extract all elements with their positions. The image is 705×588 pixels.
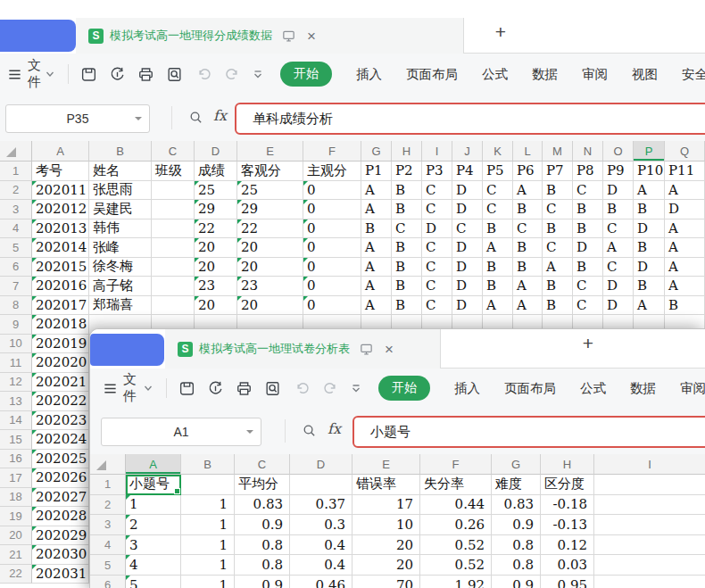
- column-header-N[interactable]: N: [573, 141, 603, 161]
- cell-I4[interactable]: [594, 535, 705, 556]
- cell-Q1[interactable]: P11: [665, 161, 705, 181]
- cell-I3[interactable]: C: [422, 200, 452, 219]
- cell-G6[interactable]: 0.9: [492, 576, 541, 588]
- cell-Q3[interactable]: D: [665, 200, 705, 219]
- toolbar-more-icon[interactable]: [252, 68, 264, 80]
- cell-D3[interactable]: 0.3: [290, 515, 352, 535]
- cell-B5[interactable]: 张峰: [89, 238, 152, 258]
- column-header-A[interactable]: A: [126, 454, 181, 475]
- cell-B1[interactable]: 姓名: [89, 161, 152, 181]
- cell-A8[interactable]: 202017: [32, 296, 89, 316]
- cell-G3[interactable]: 0.9: [492, 515, 541, 535]
- cell-M7[interactable]: B: [543, 277, 573, 296]
- cell-A3[interactable]: 2: [126, 515, 181, 535]
- column-header-F[interactable]: F: [303, 141, 361, 161]
- cell-C4[interactable]: [152, 219, 195, 239]
- cell-B5[interactable]: 1: [181, 555, 235, 576]
- hamburger-menu-icon[interactable]: [7, 67, 22, 82]
- cell-C2[interactable]: [152, 181, 195, 201]
- save-icon[interactable]: [80, 66, 97, 83]
- cell-F5[interactable]: 0.52: [420, 555, 492, 576]
- cell-I8[interactable]: C: [422, 296, 452, 316]
- cell-H2[interactable]: B: [392, 181, 422, 201]
- cell-B3[interactable]: 1: [181, 515, 235, 535]
- cell-F4[interactable]: 0: [303, 219, 361, 239]
- undo-icon[interactable]: [294, 380, 311, 396]
- row-header-3[interactable]: 3: [90, 515, 126, 535]
- name-box[interactable]: A1: [101, 418, 261, 446]
- cell-I6[interactable]: C: [422, 258, 452, 277]
- monitor-icon[interactable]: [281, 29, 296, 44]
- ribbon-tab-插入[interactable]: 插入: [454, 380, 480, 397]
- ribbon-tab-开始[interactable]: 开始: [280, 62, 332, 87]
- row-header-22[interactable]: 22: [0, 565, 32, 584]
- ribbon-tab-插入[interactable]: 插入: [356, 66, 382, 83]
- cell-H6[interactable]: 0.95: [541, 576, 594, 588]
- cell-A11[interactable]: 202020: [32, 353, 89, 373]
- cell-A19[interactable]: 202028: [32, 507, 89, 526]
- cell-K2[interactable]: C: [483, 181, 513, 201]
- cell-O4[interactable]: C: [603, 219, 634, 239]
- cell-G8[interactable]: A: [361, 296, 392, 316]
- ribbon-tab-公式[interactable]: 公式: [580, 380, 606, 397]
- column-header-F[interactable]: F: [420, 454, 492, 475]
- toolbar-more-icon[interactable]: [350, 382, 362, 394]
- search-icon[interactable]: [302, 423, 317, 442]
- row-header-18[interactable]: 18: [0, 488, 32, 508]
- cell-F7[interactable]: 0: [303, 277, 361, 296]
- cell-Q4[interactable]: A: [665, 219, 705, 239]
- cell-A10[interactable]: 202019: [32, 335, 89, 354]
- cell-E6[interactable]: 20: [237, 258, 303, 277]
- cell-F5[interactable]: 0: [303, 238, 361, 258]
- cell-D5[interactable]: 0.4: [290, 555, 352, 576]
- cell-F6[interactable]: 0: [303, 258, 361, 277]
- cell-O2[interactable]: D: [603, 181, 634, 201]
- cell-A6[interactable]: 202015: [32, 258, 89, 277]
- cell-K1[interactable]: P5: [483, 161, 513, 181]
- cell-C3[interactable]: 0.9: [235, 515, 290, 535]
- cell-H1[interactable]: 区分度: [541, 475, 594, 495]
- cell-H4[interactable]: C: [392, 219, 422, 239]
- cell-O8[interactable]: D: [603, 296, 634, 316]
- new-tab-button[interactable]: +: [576, 333, 600, 354]
- name-box[interactable]: P35: [5, 104, 150, 133]
- cell-P3[interactable]: B: [634, 200, 665, 219]
- cell-A5[interactable]: 4: [126, 555, 181, 576]
- cell-I2[interactable]: C: [422, 181, 452, 201]
- cell-E7[interactable]: 23: [237, 277, 303, 296]
- cell-E1[interactable]: 错误率: [352, 475, 420, 495]
- close-icon[interactable]: ×: [307, 29, 316, 44]
- cell-E3[interactable]: 10: [352, 515, 420, 535]
- cell-F8[interactable]: 0: [303, 296, 361, 316]
- cell-E5[interactable]: 20: [352, 555, 420, 576]
- cell-D6[interactable]: 0.46: [290, 576, 352, 588]
- cell-E4[interactable]: 20: [352, 535, 420, 556]
- cell-M3[interactable]: C: [543, 200, 573, 219]
- cell-A1[interactable]: 考号: [32, 161, 89, 181]
- cell-D1[interactable]: 成绩: [195, 161, 237, 181]
- row-header-11[interactable]: 11: [0, 353, 32, 373]
- ribbon-tab-页面布局[interactable]: 页面布局: [504, 380, 556, 397]
- cell-M2[interactable]: B: [543, 181, 573, 201]
- cell-I2[interactable]: [594, 495, 705, 516]
- cell-J8[interactable]: D: [452, 296, 483, 316]
- row-header-17[interactable]: 17: [0, 468, 32, 488]
- cell-H3[interactable]: -0.13: [541, 515, 594, 535]
- row-header-1[interactable]: 1: [0, 161, 32, 181]
- undo-icon[interactable]: [196, 66, 212, 82]
- cell-G2[interactable]: 0.83: [492, 495, 541, 516]
- row-header-4[interactable]: 4: [0, 219, 32, 239]
- row-header-8[interactable]: 8: [0, 296, 32, 316]
- cell-B4[interactable]: 1: [181, 535, 235, 556]
- cell-H2[interactable]: -0.18: [541, 495, 594, 516]
- cell-J5[interactable]: D: [452, 238, 483, 258]
- cell-A20[interactable]: 202029: [32, 526, 89, 546]
- cell-L2[interactable]: A: [513, 181, 543, 201]
- column-header-C[interactable]: C: [152, 141, 195, 161]
- cell-M4[interactable]: B: [543, 219, 573, 239]
- row-header-5[interactable]: 5: [0, 238, 32, 258]
- cell-I5[interactable]: [594, 555, 705, 576]
- cell-C4[interactable]: 0.8: [235, 535, 290, 556]
- cell-L1[interactable]: P6: [513, 161, 543, 181]
- row-header-2[interactable]: 2: [90, 495, 126, 516]
